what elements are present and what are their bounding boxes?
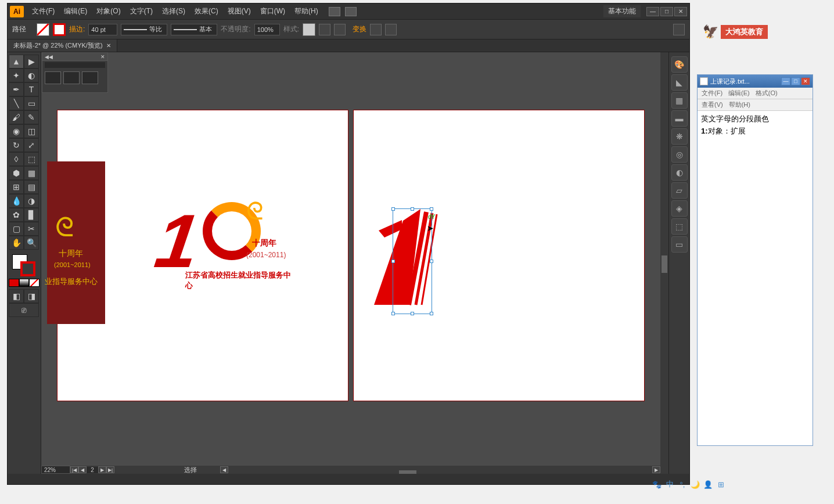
stroke-panel-icon[interactable]: ◎ — [671, 146, 688, 163]
color-mode-none[interactable] — [29, 279, 39, 287]
menu-object[interactable]: 对象(O) — [92, 4, 125, 19]
last-artboard-button[interactable]: ▶| — [106, 466, 114, 473]
lasso-tool[interactable]: ◐ — [24, 69, 39, 82]
hand-tool[interactable]: ✋ — [9, 236, 24, 250]
float-panel-header[interactable]: ◀◀ ✕ — [42, 53, 107, 61]
first-artboard-button[interactable]: |◀ — [70, 466, 78, 473]
brush-option-1[interactable] — [45, 71, 61, 84]
hscroll-right-button[interactable]: ▶ — [652, 466, 660, 473]
arrange-icon[interactable] — [345, 7, 357, 16]
menu-select[interactable]: 选择(S) — [157, 4, 190, 19]
fill-swatch[interactable] — [37, 23, 49, 36]
tab-close-icon[interactable]: ✕ — [106, 42, 111, 49]
scale-tool[interactable]: ⤢ — [24, 138, 39, 152]
free-transform-tool[interactable]: ⬚ — [24, 152, 39, 166]
graphic-style-swatch[interactable] — [303, 23, 315, 36]
bridge-icon[interactable] — [329, 7, 340, 16]
slice-tool[interactable]: ✂ — [24, 222, 39, 236]
transform-label[interactable]: 变换 — [353, 24, 366, 34]
brush-select[interactable]: 基本 — [171, 24, 217, 35]
blob-brush-tool[interactable]: ◉ — [9, 124, 24, 138]
layers-panel-icon[interactable]: ⬚ — [671, 218, 688, 235]
screen-mode[interactable]: ◨ — [24, 289, 39, 303]
document-tab[interactable]: 未标题-2* @ 22% (CMYK/预览) ✕ — [8, 39, 117, 52]
handle-br[interactable] — [430, 312, 433, 315]
stroke-weight-input[interactable] — [88, 24, 117, 35]
magic-wand-tool[interactable]: ✦ — [9, 69, 24, 82]
zoom-tool[interactable]: 🔍 — [24, 236, 39, 250]
handle-bc[interactable] — [411, 312, 414, 315]
menu-view[interactable]: 视图(V) — [223, 4, 256, 19]
notepad-close-button[interactable]: ✕ — [801, 77, 810, 85]
mask-icon[interactable] — [385, 24, 397, 35]
menu-file[interactable]: 文件(F) — [27, 4, 59, 19]
gradient-tool[interactable]: ▤ — [24, 180, 39, 194]
pencil-tool[interactable]: ✎ — [24, 110, 39, 124]
appearance-panel-icon[interactable]: ◈ — [671, 200, 688, 217]
profile-select[interactable]: 等比 — [121, 24, 167, 35]
vertical-scrollbar[interactable] — [660, 52, 668, 474]
artboard-1[interactable]: ᘓ 十周年 (2001~2011) 业指导服务中心 1 ᘓ 十周年 (2001~… — [57, 110, 348, 401]
prev-artboard-button[interactable]: ◀ — [78, 466, 87, 473]
notepad-titlebar[interactable]: 上课记录.txt... — □ ✕ — [698, 75, 813, 88]
ime-indicator[interactable]: 中 — [664, 479, 675, 489]
floating-brush-panel[interactable]: ◀◀ ✕ — [42, 52, 108, 93]
tray-user-icon[interactable]: 👤 — [703, 479, 713, 489]
paintbrush-tool[interactable]: 🖌 — [9, 110, 24, 124]
notepad-menu-edit[interactable]: 编辑(E) — [725, 88, 753, 99]
stroke-swatch[interactable] — [53, 23, 66, 36]
perspective-tool[interactable]: ▦ — [24, 166, 39, 180]
rotate-tool[interactable]: ↻ — [9, 138, 24, 152]
handle-tc[interactable] — [411, 207, 414, 211]
next-artboard-button[interactable]: ▶ — [98, 466, 106, 473]
tray-paw-icon[interactable]: 🐾 — [652, 479, 662, 489]
hscroll-left-button[interactable]: ◀ — [220, 466, 228, 473]
panel-menu-icon[interactable] — [673, 24, 685, 35]
shape-builder-tool[interactable]: ⬢ — [9, 166, 24, 180]
vscroll-thumb[interactable] — [662, 255, 667, 273]
color-mode-solid[interactable] — [9, 279, 19, 287]
rectangle-tool[interactable]: ▭ — [24, 96, 39, 110]
handle-tr[interactable] — [430, 207, 433, 211]
selection-tool[interactable]: ▲ — [9, 55, 24, 69]
brushes-panel-icon[interactable]: ▬ — [671, 110, 688, 127]
opacity-input[interactable] — [254, 24, 280, 35]
blend-tool[interactable]: ◑ — [24, 194, 39, 208]
float-close-icon[interactable]: ✕ — [100, 54, 105, 60]
canvas-area[interactable]: ᘓ 十周年 (2001~2011) 业指导服务中心 1 ᘓ 十周年 (2001~… — [41, 52, 668, 474]
change-screen-mode[interactable]: ⎚ — [9, 303, 39, 317]
menu-type[interactable]: 文字(T) — [125, 4, 157, 19]
handle-bl[interactable] — [391, 312, 395, 315]
menu-window[interactable]: 窗口(W) — [256, 4, 290, 19]
artboards-panel-icon[interactable]: ▭ — [671, 236, 688, 253]
type-tool[interactable]: T — [24, 82, 39, 96]
mesh-tool[interactable]: ⊞ — [9, 180, 24, 194]
tray-punct-icon[interactable]: °, — [677, 479, 688, 489]
notepad-content[interactable]: 英文字母的分段颜色 1:对象：扩展 — [698, 111, 813, 140]
handle-ml[interactable] — [391, 260, 395, 263]
isolate-icon[interactable] — [370, 24, 382, 35]
notepad-menu-help[interactable]: 帮助(H) — [726, 99, 753, 110]
recolor-icon[interactable] — [319, 24, 330, 35]
color-guide-panel-icon[interactable]: ◣ — [671, 74, 688, 91]
notepad-menu-view[interactable]: 查看(V) — [699, 99, 726, 110]
graph-tool[interactable]: ▊ — [24, 208, 39, 222]
notepad-menu-format[interactable]: 格式(O) — [753, 88, 781, 99]
brush-option-2[interactable] — [63, 71, 80, 84]
line-tool[interactable]: ╲ — [9, 96, 24, 110]
artboard-tool[interactable]: ▢ — [9, 222, 24, 236]
symbol-sprayer-tool[interactable]: ✿ — [9, 208, 24, 222]
stroke-label[interactable]: 描边: — [69, 24, 85, 34]
gradient-panel-icon[interactable]: ◐ — [671, 164, 688, 181]
eyedropper-tool[interactable]: 💧 — [9, 194, 24, 208]
minimize-button[interactable]: — — [646, 7, 659, 16]
draw-mode[interactable]: ◧ — [9, 289, 24, 303]
notepad-menu-file[interactable]: 文件(F) — [699, 88, 725, 99]
notepad-minimize-button[interactable]: — — [781, 77, 790, 85]
pen-tool[interactable]: ✒ — [9, 82, 24, 96]
handle-mr[interactable] — [430, 260, 433, 263]
width-tool[interactable]: ◊ — [9, 152, 24, 166]
hscroll-thumb[interactable] — [399, 470, 416, 474]
color-panel-icon[interactable]: 🎨 — [671, 56, 688, 73]
menu-help[interactable]: 帮助(H) — [290, 4, 323, 19]
